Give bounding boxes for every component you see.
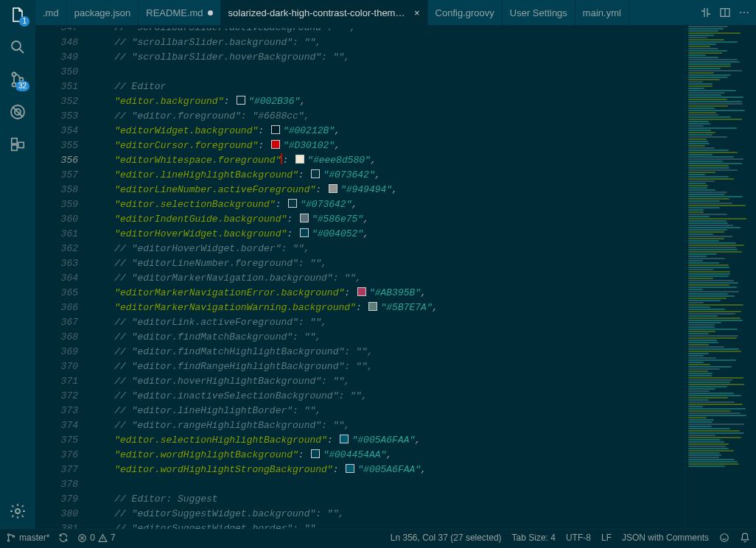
line-number: 350 — [35, 65, 78, 80]
code-line: // "editorLineNumber.foreground": "", — [91, 256, 685, 271]
tab-label: package.json — [74, 7, 131, 18]
code-line: // "editor.lineHighlightBorder": "", — [91, 404, 685, 418]
code-line: "editor.lineHighlightBackground": "#0736… — [91, 168, 685, 183]
code-line: // "scrollbarSlider.background": "", — [91, 35, 685, 50]
line-number: 374 — [35, 418, 78, 433]
tab-2[interactable]: README.md — [139, 0, 220, 25]
code-line: // "editorMarkerNavigation.background": … — [91, 271, 685, 286]
tab-4[interactable]: Config.groovy — [428, 0, 503, 25]
activity-bar: 1 32 — [0, 0, 35, 529]
error-count: 0 — [90, 533, 95, 543]
tab-label: .md — [43, 7, 59, 18]
settings-gear-icon[interactable] — [7, 501, 28, 521]
line-gutter: 3473483493503513523533543553563573583593… — [35, 25, 91, 529]
tab-label: main.yml — [583, 7, 621, 18]
search-icon[interactable] — [7, 37, 28, 57]
editor[interactable]: 3473483493503513523533543553563573583593… — [35, 25, 756, 529]
line-number: 361 — [35, 227, 78, 242]
explorer-icon[interactable]: 1 — [7, 4, 28, 25]
svg-point-0 — [12, 41, 21, 50]
color-swatch — [346, 464, 354, 473]
line-number: 372 — [35, 389, 78, 404]
source-control-icon[interactable]: 32 — [7, 69, 28, 90]
svg-point-1 — [13, 73, 16, 77]
code-line: "editorWhitespace.foreground": "#eee8d58… — [91, 153, 685, 168]
code-line: "editorIndentGuide.background": "#586e75… — [91, 212, 685, 227]
code-line: // "editorHoverWidget.border": "", — [91, 242, 685, 256]
extensions-icon[interactable] — [7, 134, 28, 155]
line-number: 366 — [35, 301, 78, 315]
language-mode[interactable]: JSON with Comments — [622, 533, 709, 543]
sync-icon[interactable] — [58, 533, 69, 543]
code-area[interactable]: // "scrollbarSlider.activeBackground": "… — [91, 25, 685, 529]
editor-tabs: .mdpackage.jsonREADME.mdsolarized-dark-h… — [35, 0, 756, 25]
line-number: 370 — [35, 359, 78, 374]
code-line: "editorLineNumber.activeForeground": "#9… — [91, 183, 685, 197]
tab-3[interactable]: solarized-dark-high-contrast-color-theme… — [221, 0, 428, 25]
tab-5[interactable]: User Settings — [503, 0, 575, 25]
color-swatch — [300, 214, 309, 222]
code-line: "editor.wordHighlightBackground": "#0044… — [91, 448, 685, 463]
svg-point-15 — [7, 540, 9, 541]
problems-indicator[interactable]: 0 7 — [77, 533, 115, 543]
code-line: // "scrollbarSlider.hoverBackground": ""… — [91, 50, 685, 65]
compare-icon[interactable] — [700, 7, 712, 18]
line-number: 378 — [35, 477, 78, 492]
modified-indicator — [208, 10, 213, 15]
svg-rect-7 — [12, 145, 17, 150]
code-line — [91, 477, 685, 492]
code-line: "editor.selectionHighlightBackground": "… — [91, 433, 685, 448]
line-number: 357 — [35, 168, 78, 183]
line-number: 355 — [35, 138, 78, 153]
line-number: 363 — [35, 256, 78, 271]
branch-indicator[interactable]: master* — [6, 533, 49, 543]
tab-label: User Settings — [510, 7, 567, 18]
svg-rect-8 — [18, 142, 24, 147]
feedback-icon[interactable] — [719, 533, 729, 543]
line-number: 376 — [35, 448, 78, 463]
split-editor-icon[interactable] — [719, 7, 731, 18]
line-number: 360 — [35, 212, 78, 227]
line-number: 347 — [35, 28, 78, 35]
tab-size[interactable]: Tab Size: 4 — [512, 533, 556, 543]
svg-point-12 — [743, 12, 745, 13]
color-swatch — [237, 96, 245, 105]
line-number: 369 — [35, 345, 78, 359]
color-swatch — [340, 435, 349, 443]
status-bar: master* 0 7 Ln 356, Col 37 (27 selected)… — [0, 529, 756, 546]
line-number: 364 — [35, 271, 78, 286]
code-line: "editor.background": "#002B36", — [91, 94, 685, 109]
minimap[interactable] — [685, 25, 756, 529]
line-number: 354 — [35, 124, 78, 138]
code-line — [91, 65, 685, 80]
more-icon[interactable] — [738, 7, 750, 18]
tab-0[interactable]: .md — [35, 0, 67, 25]
color-swatch — [311, 449, 320, 458]
eol[interactable]: LF — [601, 533, 612, 543]
color-swatch — [357, 287, 366, 296]
tab-6[interactable]: main.yml — [575, 0, 629, 25]
code-line: // "editorLink.activeForeground": "", — [91, 315, 685, 330]
code-line: // "editor.findMatchHighlightBackground"… — [91, 345, 685, 359]
svg-point-11 — [740, 12, 741, 13]
debug-icon[interactable] — [7, 102, 28, 122]
line-number: 359 — [35, 197, 78, 212]
cursor-position[interactable]: Ln 356, Col 37 (27 selected) — [391, 533, 502, 543]
code-line: // "editor.inactiveSelectionBackground":… — [91, 389, 685, 404]
code-line: // "editor.findMatchBackground": "", — [91, 330, 685, 345]
line-number: 368 — [35, 330, 78, 345]
tab-1[interactable]: package.json — [67, 0, 139, 25]
svg-rect-6 — [12, 138, 17, 144]
line-number: 371 — [35, 374, 78, 389]
close-icon[interactable]: × — [414, 7, 420, 18]
tab-label: Config.groovy — [435, 7, 494, 18]
code-line: // "editorSuggestWidget.background": "", — [91, 507, 685, 521]
encoding[interactable]: UTF-8 — [566, 533, 591, 543]
tab-label: solarized-dark-high-contrast-color-theme… — [228, 7, 410, 18]
line-number: 348 — [35, 35, 78, 50]
svg-point-13 — [747, 12, 749, 13]
line-number: 365 — [35, 286, 78, 301]
svg-point-14 — [7, 534, 9, 535]
bell-icon[interactable] — [740, 533, 750, 543]
svg-point-18 — [721, 534, 729, 542]
